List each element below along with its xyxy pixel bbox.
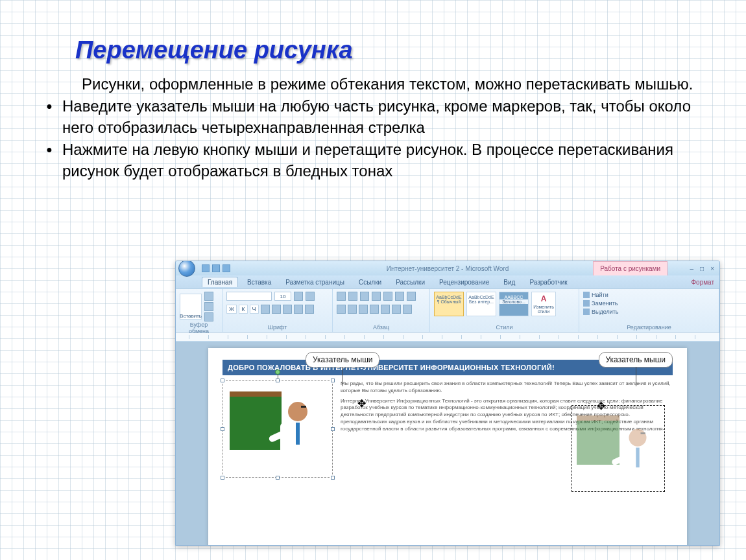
group-editing: Найти Заменить Выделить Редактирование — [579, 289, 719, 332]
callout-pointer-left: Указатель мыши — [306, 352, 379, 368]
group-editing-label: Редактирование — [583, 324, 715, 331]
clipart-chalkboard-ghost — [577, 415, 620, 465]
paste-button[interactable]: Вставить — [180, 294, 202, 320]
page: Указатель мыши Указатель мыши ДОБРО ПОЖА… — [208, 348, 687, 546]
style-name: Без интер... — [467, 299, 496, 304]
find-icon — [583, 292, 590, 298]
justify-icon[interactable] — [370, 305, 379, 314]
subscript-icon[interactable] — [272, 305, 281, 314]
bullet-1: • Наведите указатель мыши на любую часть… — [36, 95, 710, 139]
group-styles-label: Стили — [434, 324, 575, 331]
change-styles-label: Изменить стили — [532, 305, 555, 314]
increase-indent-icon[interactable] — [383, 292, 392, 301]
cut-icon[interactable] — [204, 292, 213, 301]
callout-pointer-right: Указатель мыши — [599, 352, 673, 368]
select-button[interactable]: Выделить — [583, 309, 619, 315]
resize-handle[interactable] — [276, 379, 280, 382]
ribbon: Вставить Буфер обмена 10 Ж К Ч — [176, 288, 719, 332]
selected-picture[interactable] — [223, 380, 333, 478]
group-clipboard: Вставить Буфер обмена — [176, 289, 223, 332]
tab-review[interactable]: Рецензирование — [434, 277, 494, 287]
replace-icon — [583, 300, 590, 307]
show-marks-icon[interactable] — [407, 292, 416, 301]
style-sample: AABBCC — [499, 295, 528, 299]
resize-handle[interactable] — [331, 379, 335, 382]
clipart-teacher — [275, 402, 320, 473]
change-styles-icon: A — [541, 294, 547, 303]
font-size-combo[interactable]: 10 — [274, 292, 291, 301]
contextual-tab-title: Работа с рисунками — [593, 261, 668, 275]
font-name-combo[interactable] — [226, 292, 272, 301]
bullet-2-text: Нажмите на левую кнопку мыши и перетащит… — [62, 139, 710, 182]
decrease-indent-icon[interactable] — [372, 292, 381, 301]
replace-button[interactable]: Заменить — [583, 300, 618, 307]
select-icon — [583, 309, 590, 315]
resize-handle[interactable] — [331, 476, 335, 480]
group-font-label: Шрифт — [226, 324, 328, 331]
tab-insert[interactable]: Вставка — [242, 277, 276, 287]
format-painter-icon[interactable] — [204, 312, 213, 321]
tab-developer[interactable]: Разработчик — [524, 277, 572, 287]
bullet-dot: • — [36, 95, 62, 117]
body-p1: Мы рады, что Вы решили расширить свои зн… — [341, 380, 673, 395]
shading-icon[interactable] — [392, 305, 401, 314]
borders-icon[interactable] — [403, 305, 412, 314]
multilevel-icon[interactable] — [360, 292, 369, 301]
slide-intro: Рисунки, оформленные в режиме обтекания … — [36, 73, 710, 95]
change-styles-button[interactable]: A Изменить стили — [531, 292, 556, 316]
find-button[interactable]: Найти — [583, 292, 608, 298]
titlebar: Интернет-университет 2 - Microsoft Word … — [176, 261, 719, 275]
style-sample: AaBbCcDdE — [435, 295, 463, 299]
line-spacing-icon[interactable] — [381, 305, 390, 314]
resize-handle[interactable] — [221, 427, 224, 431]
ghost-picture — [573, 406, 664, 491]
tab-home[interactable]: Главная — [202, 277, 238, 287]
sort-icon[interactable] — [395, 292, 404, 301]
bullets-icon[interactable] — [337, 292, 346, 301]
style-no-spacing[interactable]: AaBbCcDdE Без интер... — [466, 292, 496, 316]
document-area[interactable]: Указатель мыши Указатель мыши ДОБРО ПОЖА… — [176, 342, 719, 546]
text-highlight-icon[interactable] — [294, 305, 303, 314]
align-center-icon[interactable] — [348, 305, 357, 314]
bullet-1-text: Наведите указатель мыши на любую часть р… — [62, 95, 710, 139]
horizontal-ruler[interactable] — [176, 332, 719, 342]
resize-handle[interactable] — [221, 476, 224, 480]
style-heading[interactable]: AABBCC Заголово... — [499, 292, 529, 316]
grow-font-icon[interactable] — [294, 292, 303, 301]
clipart-teacher-ghost — [620, 429, 655, 485]
tab-page-layout[interactable]: Разметка страницы — [280, 277, 350, 287]
shrink-font-icon[interactable] — [306, 292, 315, 301]
superscript-icon[interactable] — [283, 305, 292, 314]
tab-references[interactable]: Ссылки — [354, 277, 387, 287]
tab-mailings[interactable]: Рассылки — [391, 277, 430, 287]
copy-icon[interactable] — [204, 302, 213, 311]
underline-button[interactable]: Ч — [250, 305, 259, 314]
word-application-window: Интернет-университет 2 - Microsoft Word … — [175, 261, 720, 546]
move-cursor-icon: ✥ — [357, 397, 366, 410]
align-left-icon[interactable] — [337, 305, 346, 314]
bold-button[interactable]: Ж — [226, 305, 237, 314]
style-name: ¶ Обычный — [435, 299, 463, 304]
resize-handle[interactable] — [276, 476, 280, 480]
numbering-icon[interactable] — [348, 292, 357, 301]
italic-button[interactable]: К — [239, 305, 247, 314]
group-styles: AaBbCcDdE ¶ Обычный AaBbCcDdE Без интер.… — [430, 289, 579, 332]
style-sample: AaBbCcDdE — [467, 295, 496, 299]
select-label: Выделить — [592, 309, 619, 315]
style-normal[interactable]: AaBbCcDdE ¶ Обычный — [434, 292, 464, 316]
align-right-icon[interactable] — [359, 305, 368, 314]
strikethrough-icon[interactable] — [261, 305, 270, 314]
style-name: Заголово... — [499, 299, 528, 304]
slide-title: Перемещение рисунка — [36, 36, 710, 64]
group-font: 10 Ж К Ч Шрифт — [223, 289, 333, 332]
rotation-handle[interactable] — [275, 369, 280, 375]
resize-handle[interactable] — [331, 427, 335, 431]
bullet-2: • Нажмите на левую кнопку мыши и перетащ… — [36, 139, 710, 182]
move-cursor-icon: ✥ — [597, 400, 605, 412]
resize-handle[interactable] — [221, 379, 224, 382]
tab-view[interactable]: Вид — [498, 277, 520, 287]
font-color-icon[interactable] — [305, 305, 314, 314]
find-label: Найти — [592, 292, 608, 298]
group-paragraph: Абзац — [333, 289, 430, 332]
tab-format[interactable]: Формат — [686, 277, 719, 287]
